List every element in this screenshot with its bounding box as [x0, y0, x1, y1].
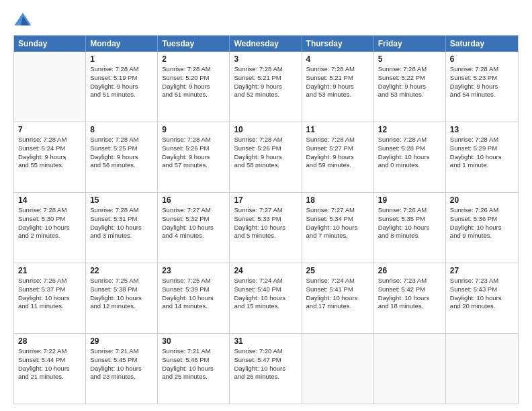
- cell-content: Sunrise: 7:22 AM Sunset: 5:44 PM Dayligh…: [18, 347, 81, 381]
- calendar-cell: 31Sunrise: 7:20 AM Sunset: 5:47 PM Dayli…: [230, 334, 302, 404]
- cell-content: Sunrise: 7:28 AM Sunset: 5:27 PM Dayligh…: [306, 136, 369, 170]
- day-number: 13: [450, 125, 514, 134]
- calendar-row: 28Sunrise: 7:22 AM Sunset: 5:44 PM Dayli…: [14, 333, 518, 404]
- cell-content: Sunrise: 7:27 AM Sunset: 5:34 PM Dayligh…: [306, 206, 369, 240]
- day-number: 5: [378, 54, 441, 64]
- cell-content: Sunrise: 7:28 AM Sunset: 5:26 PM Dayligh…: [162, 136, 225, 170]
- calendar-cell: [14, 52, 86, 122]
- cell-content: Sunrise: 7:25 AM Sunset: 5:38 PM Dayligh…: [90, 277, 153, 311]
- calendar-cell: [374, 334, 446, 404]
- calendar-row: 14Sunrise: 7:28 AM Sunset: 5:30 PM Dayli…: [14, 192, 518, 263]
- calendar-cell: 25Sunrise: 7:24 AM Sunset: 5:41 PM Dayli…: [302, 263, 374, 333]
- calendar-cell: [446, 334, 518, 404]
- calendar-cell: 23Sunrise: 7:25 AM Sunset: 5:39 PM Dayli…: [158, 263, 230, 333]
- cell-content: Sunrise: 7:26 AM Sunset: 5:37 PM Dayligh…: [18, 277, 81, 311]
- calendar-cell: 28Sunrise: 7:22 AM Sunset: 5:44 PM Dayli…: [14, 334, 86, 404]
- day-number: 11: [306, 125, 369, 134]
- calendar-header-cell: Thursday: [302, 36, 374, 52]
- calendar-cell: 14Sunrise: 7:28 AM Sunset: 5:30 PM Dayli…: [14, 193, 86, 263]
- day-number: 29: [90, 336, 153, 346]
- calendar-cell: 5Sunrise: 7:28 AM Sunset: 5:22 PM Daylig…: [374, 52, 446, 122]
- calendar-cell: 17Sunrise: 7:27 AM Sunset: 5:33 PM Dayli…: [230, 193, 302, 263]
- day-number: 31: [234, 336, 297, 346]
- calendar-cell: 11Sunrise: 7:28 AM Sunset: 5:27 PM Dayli…: [302, 122, 374, 192]
- calendar-cell: 16Sunrise: 7:27 AM Sunset: 5:32 PM Dayli…: [158, 193, 230, 263]
- day-number: 1: [90, 54, 153, 64]
- logo-icon: [13, 11, 32, 30]
- calendar-cell: 20Sunrise: 7:26 AM Sunset: 5:36 PM Dayli…: [446, 193, 518, 263]
- calendar-header-cell: Wednesday: [230, 36, 302, 52]
- day-number: 21: [18, 266, 81, 275]
- day-number: 26: [378, 266, 441, 275]
- day-number: 19: [378, 195, 441, 205]
- cell-content: Sunrise: 7:28 AM Sunset: 5:21 PM Dayligh…: [306, 65, 369, 99]
- calendar-cell: 2Sunrise: 7:28 AM Sunset: 5:20 PM Daylig…: [158, 52, 230, 122]
- day-number: 23: [162, 266, 225, 275]
- day-number: 8: [90, 125, 153, 134]
- cell-content: Sunrise: 7:25 AM Sunset: 5:39 PM Dayligh…: [162, 277, 225, 311]
- day-number: 20: [450, 195, 514, 205]
- calendar-row: 1Sunrise: 7:28 AM Sunset: 5:19 PM Daylig…: [14, 52, 518, 122]
- cell-content: Sunrise: 7:26 AM Sunset: 5:35 PM Dayligh…: [378, 206, 441, 240]
- calendar-cell: 26Sunrise: 7:23 AM Sunset: 5:42 PM Dayli…: [374, 263, 446, 333]
- day-number: 30: [162, 336, 225, 346]
- calendar-cell: 12Sunrise: 7:28 AM Sunset: 5:28 PM Dayli…: [374, 122, 446, 192]
- calendar-cell: 10Sunrise: 7:28 AM Sunset: 5:26 PM Dayli…: [230, 122, 302, 192]
- cell-content: Sunrise: 7:28 AM Sunset: 5:28 PM Dayligh…: [378, 136, 441, 170]
- day-number: 15: [90, 195, 153, 205]
- day-number: 2: [162, 54, 225, 64]
- cell-content: Sunrise: 7:27 AM Sunset: 5:33 PM Dayligh…: [234, 206, 297, 240]
- day-number: 3: [234, 54, 297, 64]
- day-number: 10: [234, 125, 297, 134]
- cell-content: Sunrise: 7:20 AM Sunset: 5:47 PM Dayligh…: [234, 347, 297, 381]
- calendar-cell: 8Sunrise: 7:28 AM Sunset: 5:25 PM Daylig…: [86, 122, 158, 192]
- cell-content: Sunrise: 7:28 AM Sunset: 5:23 PM Dayligh…: [450, 65, 514, 99]
- cell-content: Sunrise: 7:28 AM Sunset: 5:19 PM Dayligh…: [90, 65, 153, 99]
- cell-content: Sunrise: 7:28 AM Sunset: 5:21 PM Dayligh…: [234, 65, 297, 99]
- day-number: 22: [90, 266, 153, 275]
- cell-content: Sunrise: 7:21 AM Sunset: 5:46 PM Dayligh…: [162, 347, 225, 381]
- cell-content: Sunrise: 7:23 AM Sunset: 5:43 PM Dayligh…: [450, 277, 514, 311]
- day-number: 28: [18, 336, 81, 346]
- day-number: 25: [306, 266, 369, 275]
- calendar-cell: 3Sunrise: 7:28 AM Sunset: 5:21 PM Daylig…: [230, 52, 302, 122]
- day-number: 12: [378, 125, 441, 134]
- calendar-header-cell: Sunday: [14, 36, 86, 52]
- calendar-cell: 13Sunrise: 7:28 AM Sunset: 5:29 PM Dayli…: [446, 122, 518, 192]
- day-number: 24: [234, 266, 297, 275]
- calendar-cell: 30Sunrise: 7:21 AM Sunset: 5:46 PM Dayli…: [158, 334, 230, 404]
- calendar-cell: 24Sunrise: 7:24 AM Sunset: 5:40 PM Dayli…: [230, 263, 302, 333]
- cell-content: Sunrise: 7:28 AM Sunset: 5:30 PM Dayligh…: [18, 206, 81, 240]
- day-number: 27: [450, 266, 514, 275]
- cell-content: Sunrise: 7:23 AM Sunset: 5:42 PM Dayligh…: [378, 277, 441, 311]
- cell-content: Sunrise: 7:26 AM Sunset: 5:36 PM Dayligh…: [450, 206, 514, 240]
- calendar-cell: 4Sunrise: 7:28 AM Sunset: 5:21 PM Daylig…: [302, 52, 374, 122]
- cell-content: Sunrise: 7:28 AM Sunset: 5:29 PM Dayligh…: [450, 136, 514, 170]
- day-number: 6: [450, 54, 514, 64]
- calendar-cell: 1Sunrise: 7:28 AM Sunset: 5:19 PM Daylig…: [86, 52, 158, 122]
- cell-content: Sunrise: 7:28 AM Sunset: 5:25 PM Dayligh…: [90, 136, 153, 170]
- header: [13, 11, 519, 30]
- cell-content: Sunrise: 7:28 AM Sunset: 5:31 PM Dayligh…: [90, 206, 153, 240]
- calendar-body: 1Sunrise: 7:28 AM Sunset: 5:19 PM Daylig…: [14, 52, 518, 404]
- day-number: 4: [306, 54, 369, 64]
- calendar-cell: 22Sunrise: 7:25 AM Sunset: 5:38 PM Dayli…: [86, 263, 158, 333]
- calendar-cell: 29Sunrise: 7:21 AM Sunset: 5:45 PM Dayli…: [86, 334, 158, 404]
- calendar-cell: 27Sunrise: 7:23 AM Sunset: 5:43 PM Dayli…: [446, 263, 518, 333]
- calendar-row: 7Sunrise: 7:28 AM Sunset: 5:24 PM Daylig…: [14, 122, 518, 192]
- cell-content: Sunrise: 7:28 AM Sunset: 5:24 PM Dayligh…: [18, 136, 81, 170]
- day-number: 17: [234, 195, 297, 205]
- cell-content: Sunrise: 7:28 AM Sunset: 5:26 PM Dayligh…: [234, 136, 297, 170]
- calendar-cell: 6Sunrise: 7:28 AM Sunset: 5:23 PM Daylig…: [446, 52, 518, 122]
- logo: [13, 11, 35, 30]
- calendar-cell: 19Sunrise: 7:26 AM Sunset: 5:35 PM Dayli…: [374, 193, 446, 263]
- day-number: 9: [162, 125, 225, 134]
- calendar-cell: 9Sunrise: 7:28 AM Sunset: 5:26 PM Daylig…: [158, 122, 230, 192]
- calendar-cell: 15Sunrise: 7:28 AM Sunset: 5:31 PM Dayli…: [86, 193, 158, 263]
- calendar-cell: [302, 334, 374, 404]
- cell-content: Sunrise: 7:27 AM Sunset: 5:32 PM Dayligh…: [162, 206, 225, 240]
- calendar-header: SundayMondayTuesdayWednesdayThursdayFrid…: [14, 36, 518, 52]
- calendar-cell: 18Sunrise: 7:27 AM Sunset: 5:34 PM Dayli…: [302, 193, 374, 263]
- day-number: 16: [162, 195, 225, 205]
- calendar-cell: 21Sunrise: 7:26 AM Sunset: 5:37 PM Dayli…: [14, 263, 86, 333]
